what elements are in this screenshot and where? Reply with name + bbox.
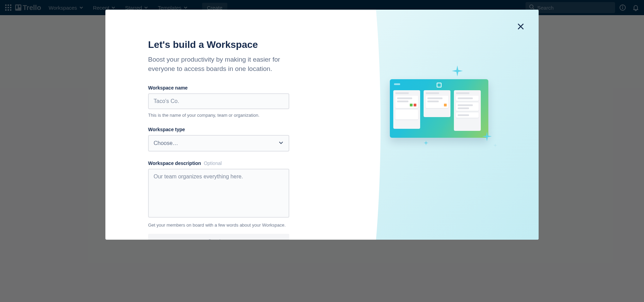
chevron-down-icon [278,140,284,147]
sparkle-icon [493,143,497,147]
continue-label: Continue [208,239,230,240]
sparkle-icon [424,140,428,145]
workspace-name-label: Workspace name [148,85,289,91]
workspace-description-label: Workspace description Optional [148,160,289,166]
modal-illustration-panel [339,10,539,240]
workspace-description-helper: Get your members on board with a few wor… [148,222,289,228]
workspace-name-field: Workspace name This is the name of your … [148,85,289,118]
sparkle-icon [452,65,463,76]
workspace-type-value: Choose… [154,140,178,146]
workspace-type-label: Workspace type [148,127,289,132]
close-button[interactable] [515,22,526,33]
workspace-name-helper: This is the name of your company, team o… [148,113,289,118]
modal-overlay: Let's build a Workspace Boost your produ… [0,0,644,302]
continue-button[interactable]: Continue [148,234,289,240]
sparkle-icon [482,132,492,141]
close-icon [517,23,524,32]
workspace-description-input[interactable] [148,169,289,218]
workspace-name-input[interactable] [148,93,289,109]
modal-subtitle: Boost your productivity by making it eas… [148,55,282,73]
modal-title: Let's build a Workspace [148,39,289,50]
workspace-type-field: Workspace type Choose… [148,127,289,152]
workspace-type-select[interactable]: Choose… [148,135,289,152]
create-workspace-modal: Let's build a Workspace Boost your produ… [105,10,539,240]
optional-tag: Optional [204,160,222,166]
workspace-illustration [390,79,488,138]
workspace-description-field: Workspace description Optional Get your … [148,160,289,228]
